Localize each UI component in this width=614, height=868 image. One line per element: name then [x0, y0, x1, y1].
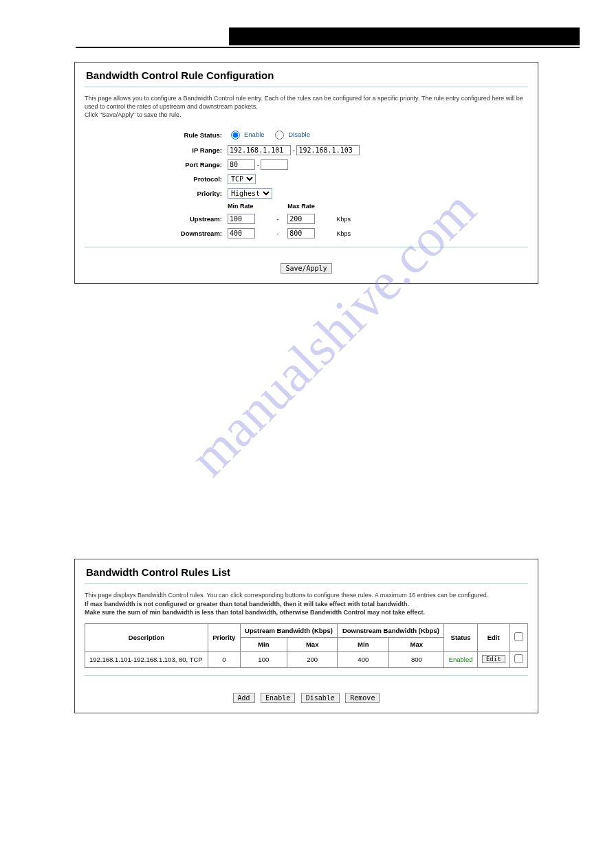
row-checkbox[interactable] — [514, 654, 523, 663]
radio-disable[interactable]: Disable — [272, 129, 310, 140]
divider — [85, 87, 528, 87]
col-select-all — [509, 623, 527, 651]
divider — [85, 675, 528, 676]
edit-button[interactable]: Edit — [482, 655, 505, 663]
dash: - — [276, 230, 278, 237]
panel-description: This page allows you to configure a Band… — [85, 94, 528, 119]
add-button[interactable]: Add — [233, 693, 255, 703]
upstream-max-input[interactable] — [287, 214, 315, 224]
col-up-min: Min — [240, 637, 287, 651]
panel-title: Bandwidth Control Rule Configuration — [85, 67, 528, 87]
cell-dn-min: 400 — [338, 651, 389, 667]
desc-line-1: This page allows you to configure a Band… — [85, 95, 523, 110]
dash: - — [293, 146, 295, 154]
ip-from-input[interactable] — [228, 145, 291, 155]
label-rule-status: Rule Status: — [86, 127, 224, 142]
panel-description: This page displays Bandwidth Control rul… — [85, 591, 528, 616]
cell-status: Enabled — [444, 651, 477, 667]
upstream-min-input[interactable] — [228, 214, 255, 224]
col-edit: Edit — [477, 623, 509, 651]
cell-description: 192.168.1.101-192.168.1.103, 80, TCP — [85, 651, 208, 667]
dash: - — [276, 215, 278, 223]
rules-table: Description Priority Upstream Bandwidth … — [85, 623, 528, 668]
table-header-row-1: Description Priority Upstream Bandwidth … — [85, 623, 528, 637]
divider — [85, 247, 528, 247]
upstream-unit: Kbps — [334, 212, 362, 225]
cell-up-max: 200 — [287, 651, 338, 667]
panel-rules-list: Bandwidth Control Rules List This page d… — [74, 559, 538, 713]
col-upstream-group: Upstream Bandwidth (Kbps) — [240, 623, 338, 637]
downstream-unit: Kbps — [334, 227, 362, 240]
col-status: Status — [444, 623, 477, 651]
port-from-input[interactable] — [228, 159, 255, 170]
spacer — [34, 298, 580, 559]
select-all-checkbox[interactable] — [514, 632, 523, 641]
radio-enable-label: Enable — [244, 131, 265, 138]
table-row: 192.168.1.101-192.168.1.103, 80, TCP 0 1… — [85, 651, 528, 667]
ip-to-input[interactable] — [296, 145, 360, 155]
downstream-min-input[interactable] — [228, 228, 255, 238]
config-form: Rule Status: Enable Disable IP Range: — [85, 126, 363, 241]
desc-bold-1: If max bandwidth is not configured or gr… — [85, 601, 409, 608]
label-protocol: Protocol: — [86, 173, 224, 186]
cell-up-min: 100 — [240, 651, 287, 667]
label-downstream: Downstream: — [86, 227, 224, 240]
rate-header-max: Max Rate — [285, 201, 333, 211]
downstream-max-input[interactable] — [287, 228, 315, 238]
col-downstream-group: Downstream Bandwidth (Kbps) — [338, 623, 444, 637]
col-up-max: Max — [287, 637, 338, 651]
label-port-range: Port Range: — [86, 158, 224, 171]
col-dn-min: Min — [338, 637, 389, 651]
radio-disable-label: Disable — [288, 131, 310, 138]
radio-enable-input[interactable] — [231, 131, 240, 140]
divider — [85, 583, 528, 584]
cell-priority: 0 — [208, 651, 240, 667]
dash: - — [257, 161, 259, 168]
col-dn-max: Max — [389, 637, 444, 651]
label-priority: Priority: — [86, 187, 224, 200]
panel-title: Bandwidth Control Rules List — [85, 564, 528, 583]
label-ip-range: IP Range: — [86, 144, 224, 157]
col-description: Description — [85, 623, 208, 651]
disable-button[interactable]: Disable — [301, 693, 340, 703]
action-button-row: Add Enable Disable Remove — [85, 682, 528, 703]
header-divider — [76, 47, 580, 48]
cell-dn-max: 800 — [389, 651, 444, 667]
col-priority: Priority — [208, 623, 240, 651]
desc-bold-2: Make sure the sum of min bandwidth is le… — [85, 609, 425, 616]
radio-enable[interactable]: Enable — [228, 129, 265, 140]
port-to-input[interactable] — [261, 159, 288, 170]
enable-button[interactable]: Enable — [261, 693, 295, 703]
rate-header-min: Min Rate — [226, 201, 273, 211]
priority-select[interactable]: Highest — [228, 188, 272, 199]
panel-rule-config: Bandwidth Control Rule Configuration Thi… — [74, 62, 538, 284]
radio-disable-input[interactable] — [275, 131, 284, 140]
protocol-select[interactable]: TCP — [228, 174, 256, 184]
remove-button[interactable]: Remove — [345, 693, 380, 703]
desc-line-1: This page displays Bandwidth Control rul… — [85, 592, 488, 599]
header-black-bar — [229, 27, 580, 45]
desc-line-2: Click "Save/Apply" to save the rule. — [85, 111, 181, 118]
save-apply-button[interactable]: Save/Apply — [281, 263, 331, 274]
label-upstream: Upstream: — [86, 212, 224, 225]
